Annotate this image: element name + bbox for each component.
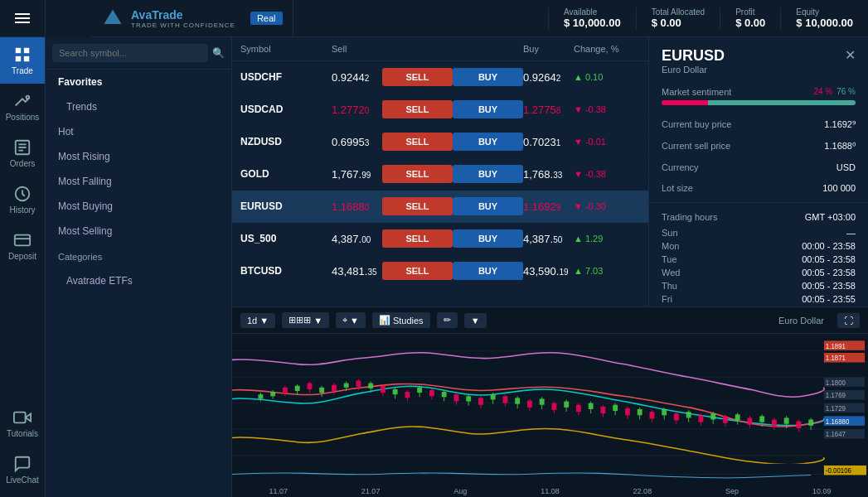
svg-point-4 — [27, 96, 30, 99]
buy-button-nzdusd[interactable]: BUY — [453, 133, 523, 151]
svg-rect-79 — [600, 407, 605, 413]
real-badge[interactable]: Real — [250, 12, 283, 25]
svg-rect-103 — [747, 417, 752, 424]
buy-button-gold[interactable]: BUY — [453, 165, 523, 183]
svg-rect-29 — [295, 386, 300, 391]
sidebar-item-tutorials[interactable]: Tutorials — [0, 400, 45, 446]
cursor-button[interactable]: ⌖ ▼ — [336, 312, 366, 328]
svg-rect-85 — [638, 409, 643, 415]
stat-equity: Equity $ 10,000.00 — [780, 7, 868, 29]
category-most-falling[interactable]: Most Falling — [46, 169, 231, 194]
sell-button-btcusd[interactable]: SELL — [382, 262, 453, 280]
sidebar-bottom: Tutorials LiveChat — [0, 400, 45, 497]
sidebar-item-history[interactable]: History — [0, 176, 45, 223]
draw-button[interactable]: ✏ — [437, 312, 458, 328]
sell-button-nzdusd[interactable]: SELL — [382, 133, 453, 151]
search-icon[interactable]: 🔍 — [212, 47, 225, 59]
symbol-panel: 🔍 Favorites Trends Hot Most Rising Most … — [46, 37, 232, 497]
sell-button-eurusd[interactable]: SELL — [382, 197, 453, 215]
stat-profit: Profit $ 0.00 — [720, 7, 780, 29]
sell-button-usdcad[interactable]: SELL — [382, 100, 453, 118]
category-hot[interactable]: Hot — [46, 119, 231, 144]
category-avatrade-etfs[interactable]: Avatrade ETFs — [46, 268, 231, 293]
svg-rect-27 — [283, 388, 288, 393]
sidebar-item-livechat[interactable]: LiveChat — [0, 446, 45, 493]
buy-button-btcusd[interactable]: BUY — [453, 262, 523, 280]
svg-rect-45 — [393, 389, 398, 394]
svg-rect-55 — [453, 394, 458, 401]
svg-rect-49 — [417, 388, 422, 393]
svg-rect-47 — [405, 392, 410, 398]
svg-rect-65 — [515, 398, 520, 403]
buy-button-usdchf[interactable]: BUY — [453, 68, 523, 86]
svg-rect-57 — [466, 396, 471, 401]
info-row-buy-price: Current buy price 1.1692⁹ — [649, 113, 868, 135]
draw-options-button[interactable]: ▼ — [464, 313, 487, 328]
svg-rect-71 — [551, 403, 556, 410]
sentiment-section: Market sentiment 24 % 76 % — [649, 79, 868, 113]
svg-rect-33 — [319, 388, 324, 393]
svg-rect-61 — [491, 394, 496, 399]
category-most-selling[interactable]: Most Selling — [46, 219, 231, 244]
timeframe-button[interactable]: 1d ▼ — [240, 313, 275, 328]
table-row[interactable]: USDCHF 0.92442 SELL BUY 0.92642 ▲ 0.10 — [232, 61, 648, 94]
svg-rect-89 — [662, 409, 667, 415]
svg-rect-25 — [270, 392, 275, 396]
table-row[interactable]: NZDUSD 0.69953 SELL BUY 0.70231 ▼ -0.01 — [232, 126, 648, 158]
search-input[interactable] — [52, 44, 208, 62]
brand: AvaTrade TRADE WITH CONFIDENCE Real — [91, 0, 293, 36]
table-row[interactable]: USDCAD 1.27720 SELL BUY 1.27758 ▼ -0.38 — [232, 94, 648, 126]
svg-rect-77 — [589, 403, 594, 409]
chart-section: 1d ▼ ⊞⊞⊞ ▼ ⌖ ▼ 📊 Studie — [232, 306, 868, 497]
sell-button-gold[interactable]: SELL — [382, 165, 453, 183]
info-row-lot-size: Lot size 100 000 — [649, 177, 868, 198]
category-most-rising[interactable]: Most Rising — [46, 144, 231, 169]
sidebar-item-positions[interactable]: Positions — [0, 84, 45, 130]
svg-rect-67 — [527, 401, 532, 408]
svg-rect-23 — [258, 394, 263, 398]
sidebar-item-orders[interactable]: Orders — [0, 130, 45, 176]
svg-marker-12 — [26, 413, 31, 421]
fullscreen-button[interactable]: ⛶ — [837, 313, 860, 328]
day-row-wed: Wed 00:05 - 23:58 — [662, 266, 856, 279]
sidebar-item-trade[interactable]: Trade — [0, 37, 45, 84]
category-trends[interactable]: Trends — [46, 94, 231, 119]
svg-rect-31 — [307, 384, 312, 389]
close-button[interactable]: ✕ — [845, 47, 856, 63]
market-table: Symbol Sell Buy Change, % USDCHF 0.92442 — [232, 37, 648, 306]
day-row-tue: Tue 00:05 - 23:58 — [662, 253, 856, 266]
table-row[interactable]: US_500 4,387.00 SELL BUY 4,387.50 ▲ 1.29 — [232, 223, 648, 255]
svg-rect-91 — [674, 413, 679, 420]
category-categories[interactable]: Categories — [46, 244, 231, 268]
buy-button-us500[interactable]: BUY — [453, 229, 523, 248]
svg-rect-3 — [24, 56, 29, 61]
right-panel-header: EURUSD Euro Dollar ✕ — [649, 37, 868, 79]
category-favorites[interactable]: Favorites — [46, 70, 231, 94]
hamburger-menu[interactable] — [15, 13, 30, 23]
svg-rect-0 — [16, 48, 21, 53]
sell-button-us500[interactable]: SELL — [382, 229, 453, 248]
table-row-eurusd[interactable]: EURUSD 1.16880 SELL BUY 1.16929 ▼ -0.30 — [232, 191, 648, 223]
svg-rect-63 — [502, 396, 507, 403]
sidebar: Trade Positions Orders History Deposit — [0, 0, 46, 497]
category-most-buying[interactable]: Most Buying — [46, 194, 231, 219]
trading-hours-section: Trading hours GMT +03:00 Sun — Mon 00:00… — [649, 207, 868, 306]
bears-label: 24 % — [813, 87, 832, 97]
chart-type-button[interactable]: ⊞⊞⊞ ▼ — [282, 312, 329, 328]
table-row[interactable]: BTCUSD 43,481.35 SELL BUY 43,590.19 ▲ 7.… — [232, 255, 648, 287]
svg-text:1.1729: 1.1729 — [826, 405, 846, 413]
svg-rect-41 — [368, 384, 373, 388]
day-row-sun: Sun — — [662, 226, 856, 239]
sidebar-item-deposit[interactable]: Deposit — [0, 223, 45, 269]
buy-button-usdcad[interactable]: BUY — [453, 100, 523, 118]
svg-rect-43 — [381, 386, 386, 393]
studies-button[interactable]: 📊 Studies — [372, 312, 430, 328]
svg-rect-101 — [735, 414, 740, 420]
buy-button-eurusd[interactable]: BUY — [453, 197, 523, 215]
svg-rect-16 — [232, 334, 868, 485]
category-list: Favorites Trends Hot Most Rising Most Fa… — [46, 70, 231, 497]
table-row[interactable]: GOLD 1,767.99 SELL BUY 1,768.33 ▼ -0.38 — [232, 158, 648, 191]
svg-rect-97 — [710, 413, 715, 419]
sell-button-usdchf[interactable]: SELL — [382, 68, 453, 86]
svg-rect-35 — [332, 385, 337, 391]
